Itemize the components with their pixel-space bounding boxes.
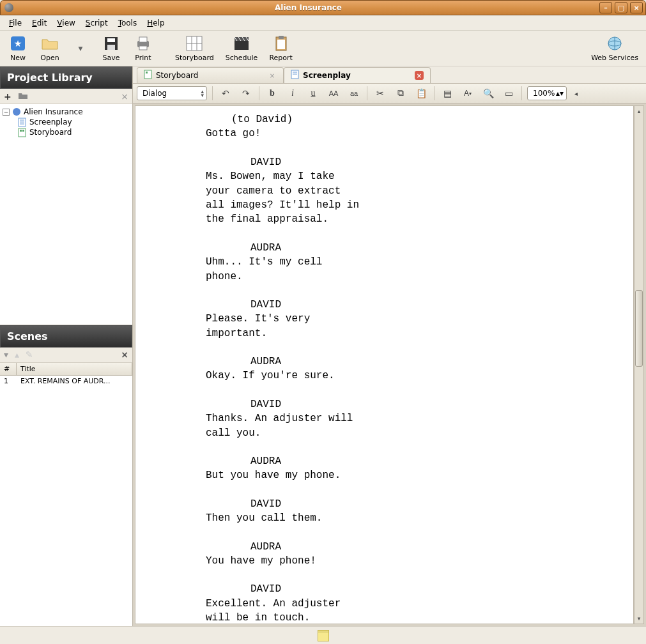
menu-edit[interactable]: Edit bbox=[27, 17, 52, 29]
tree-root[interactable]: − Alien Insurance bbox=[1, 107, 131, 117]
screenplay-line[interactable]: your camera to extract bbox=[206, 184, 614, 198]
font-button[interactable]: A▾ bbox=[460, 86, 475, 100]
menu-view[interactable]: View bbox=[52, 17, 80, 29]
scenes-col-title[interactable]: Title bbox=[17, 363, 132, 375]
lowercase-button[interactable]: aa bbox=[346, 86, 362, 100]
screenplay-line[interactable]: Okay. If you're sure. bbox=[206, 369, 614, 383]
screenplay-line[interactable]: Please. It's very bbox=[206, 312, 614, 326]
storyboard-icon bbox=[185, 34, 203, 52]
screenplay-line[interactable]: DAVID bbox=[250, 397, 614, 411]
page-button[interactable]: ▤ bbox=[440, 86, 455, 100]
svg-text:★: ★ bbox=[14, 38, 22, 49]
combo-arrows-icon: ▴▾ bbox=[201, 89, 204, 97]
screenplay-line[interactable]: DAVID bbox=[250, 155, 614, 169]
tab-screenplay[interactable]: Screenplay × bbox=[284, 67, 431, 83]
edit-scene-icon[interactable]: ✎ bbox=[26, 349, 33, 360]
copy-button[interactable]: ⧉ bbox=[393, 86, 408, 100]
print-button[interactable]: Print bbox=[129, 33, 157, 63]
screenplay-line[interactable]: Then you call them. bbox=[206, 511, 614, 525]
screenplay-line[interactable]: will be in touch. bbox=[206, 611, 614, 624]
page-icon: ▤ bbox=[443, 88, 452, 99]
screenplay-line[interactable]: all images? It'll help in bbox=[206, 198, 614, 212]
svg-rect-7 bbox=[139, 46, 147, 50]
close-scenes-icon[interactable]: × bbox=[121, 349, 128, 360]
paste-button[interactable]: 📋 bbox=[413, 86, 429, 100]
report-button[interactable]: Report bbox=[265, 33, 296, 63]
bold-button[interactable]: b bbox=[265, 86, 280, 100]
open-dropdown[interactable]: ▼ bbox=[68, 38, 93, 59]
screenplay-line[interactable]: Excellent. An adjuster bbox=[206, 597, 614, 611]
screenplay-line[interactable]: the final appraisal. bbox=[206, 212, 614, 226]
cut-button[interactable]: ✂ bbox=[373, 86, 388, 100]
menu-script[interactable]: Script bbox=[81, 17, 113, 29]
scenes-col-num[interactable]: # bbox=[0, 363, 17, 375]
move-up-icon[interactable]: ▴ bbox=[15, 349, 19, 360]
redo-button[interactable]: ↷ bbox=[238, 86, 254, 100]
copy-icon: ⧉ bbox=[397, 88, 404, 98]
folder-icon[interactable] bbox=[18, 91, 28, 102]
menu-tools[interactable]: Tools bbox=[113, 17, 142, 29]
project-tree[interactable]: − Alien Insurance Screenplay Storyboard bbox=[0, 104, 132, 325]
screenplay-line[interactable]: Thanks. An adjuster will bbox=[206, 411, 614, 425]
screenplay-line[interactable]: Gotta go! bbox=[206, 126, 614, 141]
move-down-icon[interactable]: ▾ bbox=[4, 349, 8, 360]
screenplay-line[interactable]: call you. bbox=[206, 426, 614, 440]
screenplay-line[interactable]: phone. bbox=[206, 270, 614, 284]
toolbar-overflow[interactable]: ◂ bbox=[572, 86, 580, 100]
scene-row[interactable]: 1 EXT. REMAINS OF AUDR... bbox=[0, 376, 132, 387]
screenplay-line[interactable]: AUDRA bbox=[250, 241, 614, 255]
screenplay-line[interactable]: DAVID bbox=[250, 298, 614, 312]
add-item-button[interactable]: + bbox=[4, 91, 12, 102]
screenplay-editor[interactable]: (to David)Gotta go!DAVIDMs. Bowen, may I… bbox=[135, 105, 634, 624]
schedule-button[interactable]: Schedule bbox=[222, 33, 262, 63]
screenplay-line[interactable]: DAVID bbox=[250, 497, 614, 511]
storyboard-button[interactable]: Storyboard bbox=[171, 33, 218, 63]
undo-button[interactable]: ↶ bbox=[218, 86, 233, 100]
sticky-note-icon[interactable] bbox=[318, 630, 329, 641]
tree-item-storyboard[interactable]: Storyboard bbox=[1, 127, 131, 137]
tree-item-screenplay[interactable]: Screenplay bbox=[1, 117, 131, 127]
minimize-button[interactable]: – bbox=[599, 2, 612, 13]
scroll-down-icon[interactable]: ▾ bbox=[634, 613, 643, 624]
chevron-down-icon: ▼ bbox=[72, 40, 89, 57]
screenplay-line[interactable]: AUDRA bbox=[250, 540, 614, 554]
scroll-up-icon[interactable]: ▴ bbox=[634, 106, 643, 116]
tree-item-label: Screenplay bbox=[29, 118, 72, 126]
scenes-table[interactable]: # Title 1 EXT. REMAINS OF AUDR... bbox=[0, 363, 132, 626]
screenplay-line[interactable]: Uhm... It's my cell bbox=[206, 255, 614, 269]
screenplay-line[interactable]: AUDRA bbox=[250, 355, 614, 369]
screenplay-line[interactable]: important. bbox=[206, 326, 614, 341]
screenplay-line[interactable]: AUDRA bbox=[250, 454, 614, 468]
vertical-scrollbar[interactable]: ▴ ▾ bbox=[634, 105, 644, 624]
chevron-left-icon: ◂ bbox=[574, 90, 578, 97]
screenplay-line[interactable]: You have my phone! bbox=[206, 554, 614, 568]
menu-file[interactable]: File bbox=[4, 17, 27, 29]
uppercase-button[interactable]: AA bbox=[326, 86, 341, 100]
tab-close-icon[interactable]: × bbox=[415, 71, 424, 80]
tab-close-icon[interactable]: × bbox=[268, 71, 277, 80]
find-button[interactable]: 🔍 bbox=[481, 86, 496, 100]
zoom-combo[interactable]: 100% ▴▾ bbox=[527, 86, 567, 100]
close-panel-icon[interactable]: × bbox=[121, 91, 128, 102]
blank-line bbox=[206, 141, 614, 155]
open-button[interactable]: Open bbox=[36, 33, 64, 63]
screenplay-line[interactable]: But you have my phone. bbox=[206, 468, 614, 482]
italic-button[interactable]: i bbox=[285, 86, 300, 100]
screenplay-line[interactable]: Ms. Bowen, may I take bbox=[206, 169, 614, 183]
new-button[interactable]: ★ New bbox=[4, 33, 32, 63]
screenplay-line[interactable]: DAVID bbox=[250, 582, 614, 596]
screenplay-line[interactable]: (to David) bbox=[231, 112, 614, 126]
tab-storyboard[interactable]: Storyboard × bbox=[137, 67, 284, 83]
menu-help[interactable]: Help bbox=[142, 17, 169, 29]
maximize-button[interactable]: ▢ bbox=[615, 2, 627, 13]
fullscreen-button[interactable]: ▭ bbox=[501, 86, 516, 100]
underline-button[interactable]: u bbox=[305, 86, 321, 100]
collapse-icon[interactable]: − bbox=[3, 109, 10, 116]
web-services-button[interactable]: Web Services bbox=[587, 33, 642, 63]
save-button[interactable]: Save bbox=[97, 33, 125, 63]
svg-rect-16 bbox=[277, 40, 285, 49]
scenes-toolbar: ▾ ▴ ✎ × bbox=[0, 348, 132, 363]
format-combo[interactable]: Dialog ▴▾ bbox=[137, 86, 207, 100]
scrollbar-thumb[interactable] bbox=[635, 290, 643, 367]
close-window-button[interactable]: × bbox=[630, 2, 643, 13]
